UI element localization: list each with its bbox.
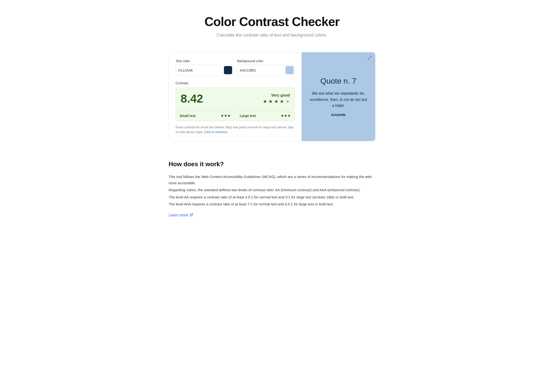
- preview-title: Quote n. 7: [309, 77, 367, 86]
- bg-color-swatch[interactable]: [285, 66, 294, 74]
- contrast-score-box: 8.42 Very good ★ ★ ★ ★ ★: [176, 87, 295, 110]
- text-size-row: Small text ★★★ Large text ★★★: [176, 110, 295, 121]
- enhance-link[interactable]: Click to enhance: [204, 130, 227, 134]
- page-subtitle: Calculate the contrast ratio of text and…: [169, 33, 375, 38]
- checker-left-panel: Text color Background color Contras: [169, 52, 302, 141]
- expand-icon[interactable]: [367, 56, 372, 61]
- how-para-4: The level AAA requires a contrast ratio …: [169, 201, 375, 207]
- contrast-label: Contrast: [176, 81, 295, 85]
- learn-more-label: Learn more: [169, 213, 188, 217]
- how-para-1: This tool follows the Web Content Access…: [169, 174, 375, 186]
- checker-container: Text color Background color Contras: [169, 52, 375, 141]
- how-title: How does it work?: [169, 160, 375, 168]
- contrast-value: 8.42: [181, 92, 203, 105]
- large-text-box: Large text ★★★: [236, 110, 295, 121]
- how-paragraphs: This tool follows the Web Content Access…: [169, 174, 375, 207]
- bg-color-label: Background color: [237, 59, 295, 63]
- bg-color-input-row: [237, 65, 295, 75]
- how-section: How does it work? This tool follows the …: [169, 160, 375, 217]
- text-color-input-row: [176, 65, 233, 75]
- checker-right-panel: Quote n. 7 We are what we repeatedly do;…: [302, 52, 375, 141]
- color-inputs: Text color Background color: [176, 59, 295, 75]
- page-title: Color Contrast Checker: [169, 14, 375, 29]
- hint-text: Good contrast for small text (below 18pt…: [176, 125, 295, 134]
- svg-line-0: [370, 56, 371, 57]
- star-4: ★: [280, 99, 284, 104]
- preview-author: Aristotle: [309, 113, 367, 117]
- how-para-2: Regarding colors, the standard defines t…: [169, 187, 375, 193]
- large-text-label: Large text: [240, 114, 256, 118]
- star-5-empty: ★: [285, 99, 290, 104]
- contrast-score-inner: 8.42 Very good ★ ★ ★ ★ ★: [181, 92, 290, 105]
- how-para-3: The level AA requires a contrast ratio o…: [169, 194, 375, 200]
- bg-color-field: Background color: [237, 59, 295, 75]
- page-wrapper: Color Contrast Checker Calculate the con…: [164, 0, 380, 237]
- contrast-stars: ★ ★ ★ ★ ★: [263, 98, 290, 104]
- small-text-label: Small text: [180, 114, 196, 118]
- star-3: ★: [274, 99, 278, 104]
- preview-quote: We are what we repeatedly do; excellence…: [309, 90, 367, 109]
- text-color-label: Text color: [176, 59, 233, 63]
- contrast-rating: Very good ★ ★ ★ ★ ★: [263, 93, 290, 104]
- small-text-box: Small text ★★★: [176, 110, 235, 121]
- bg-color-input[interactable]: [240, 68, 285, 72]
- star-2: ★: [268, 99, 273, 104]
- small-text-stars: ★★★: [221, 113, 231, 118]
- large-text-stars: ★★★: [281, 113, 291, 118]
- preview-content: Quote n. 7 We are what we repeatedly do;…: [309, 77, 367, 117]
- star-1: ★: [263, 99, 267, 104]
- text-color-input[interactable]: [178, 68, 224, 72]
- text-color-swatch[interactable]: [224, 66, 232, 74]
- svg-line-1: [368, 58, 369, 60]
- contrast-rating-label: Very good: [263, 93, 290, 98]
- text-color-field: Text color: [176, 59, 233, 75]
- page-header: Color Contrast Checker Calculate the con…: [169, 14, 375, 38]
- learn-more-link[interactable]: Learn more: [169, 213, 193, 217]
- external-link-icon: [190, 213, 193, 217]
- svg-line-2: [191, 214, 193, 215]
